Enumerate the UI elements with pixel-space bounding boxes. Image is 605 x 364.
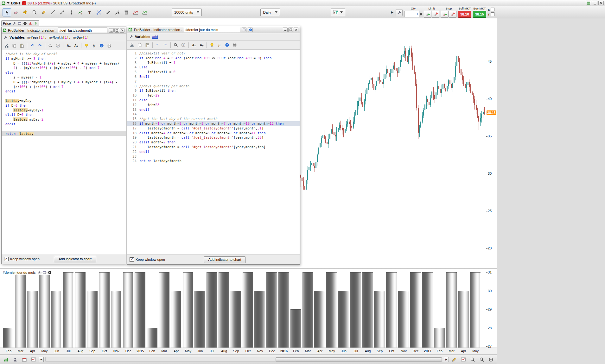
close-window-button[interactable] <box>598 1 604 5</box>
indicator-panel[interactable]: #dernier jour du mois 3130292827 <box>0 269 497 348</box>
select-tool-button[interactable] <box>3 8 11 16</box>
help-button[interactable]: ? <box>98 42 105 49</box>
tips-button[interactable] <box>83 42 90 49</box>
paste-button[interactable] <box>144 41 151 48</box>
parallel-lines-tool-button[interactable] <box>104 8 112 16</box>
add-indicator-button[interactable]: Add indicator to chart <box>54 256 96 262</box>
zoom-tool-button[interactable] <box>30 8 39 16</box>
search-button[interactable] <box>47 42 54 49</box>
qty-stepper[interactable] <box>420 12 422 16</box>
code-editor[interactable]: //what is the day of week?if myMonth >= … <box>2 50 126 254</box>
price-tab[interactable]: Price <box>1 20 39 26</box>
insert-function-button[interactable]: fx <box>91 42 98 49</box>
eraser-tool-button[interactable] <box>12 8 20 16</box>
undo-button[interactable]: ↶ <box>29 42 36 49</box>
indicator-close-button[interactable] <box>48 270 52 274</box>
indicator-name-input[interactable] <box>58 28 107 33</box>
units-dropdown[interactable]: 10000 units <box>172 9 202 16</box>
vertical-line-tool-button[interactable] <box>67 8 75 16</box>
sell-market-button[interactable]: 38.10 <box>458 11 471 18</box>
buy-limit-button[interactable] <box>424 11 431 18</box>
paste-button[interactable] <box>18 42 25 49</box>
minimize-window-button[interactable] <box>592 1 597 5</box>
maximize-button[interactable] <box>288 28 293 32</box>
fan-tool-button[interactable] <box>113 8 121 16</box>
s-checkbox[interactable] <box>491 8 494 11</box>
undo-button[interactable]: ↶ <box>154 41 161 48</box>
comment-toggle-button[interactable]: // <box>180 41 187 48</box>
scroll-left-button[interactable]: ◀ <box>39 357 44 362</box>
zoom-in-button[interactable] <box>468 355 477 364</box>
delete-drawings-button[interactable] <box>122 8 131 16</box>
chart-settings-button[interactable] <box>459 355 468 364</box>
cut-button[interactable] <box>129 41 136 48</box>
symbol-dropdown-caret[interactable] <box>7 2 10 4</box>
sell-stop-button[interactable] <box>449 11 456 18</box>
trading-settings-button[interactable] <box>396 9 403 16</box>
close-button[interactable] <box>294 28 298 32</box>
font-decrease-button[interactable]: A <box>190 41 197 48</box>
indicators-button[interactable] <box>29 355 38 364</box>
pencil-line-tool-button[interactable] <box>39 8 48 16</box>
redo-button[interactable]: ↷ <box>162 41 169 48</box>
redo-button[interactable]: ↷ <box>36 42 43 49</box>
text-tool-button[interactable]: T <box>85 8 94 16</box>
buy-stop-button[interactable] <box>441 11 449 18</box>
qty-input[interactable] <box>404 11 419 17</box>
minimize-button[interactable] <box>109 28 114 33</box>
copy-button[interactable] <box>11 42 18 49</box>
draw-button[interactable] <box>450 355 458 364</box>
minimize-button[interactable] <box>283 28 288 32</box>
add-variable-link[interactable]: add <box>152 35 158 39</box>
line-tool-button[interactable] <box>48 8 57 16</box>
chart-list-button[interactable] <box>2 355 10 364</box>
print-button[interactable] <box>106 42 113 49</box>
scrollbar-thumb[interactable] <box>276 357 442 361</box>
zoom-out-button[interactable] <box>477 355 486 364</box>
calendar-button[interactable] <box>20 355 29 364</box>
t-checkbox[interactable] <box>491 12 494 16</box>
indicator-detach-button[interactable] <box>42 270 46 274</box>
font-increase-button[interactable]: A <box>73 42 80 49</box>
timeframe-dropdown[interactable]: Daily <box>260 9 280 16</box>
insert-function-button[interactable]: fx <box>216 41 223 48</box>
font-decrease-button[interactable]: A <box>65 42 72 49</box>
window-title-bar[interactable]: ProBuilder - Indicator creation - <box>2 27 126 34</box>
comment-toggle-button[interactable]: // <box>54 42 61 49</box>
keep-window-open-checkbox[interactable]: ✓ Keep window open <box>130 257 165 262</box>
fit-chart-button[interactable] <box>487 355 495 364</box>
indicator-green-button[interactable] <box>140 8 149 16</box>
detach-button[interactable] <box>242 28 246 32</box>
sell-limit-button[interactable] <box>432 11 439 18</box>
search-button[interactable] <box>172 41 179 48</box>
move-up-button[interactable] <box>34 21 38 25</box>
indicator-settings-button[interactable] <box>37 270 41 274</box>
buy-market-button[interactable]: 38.15 <box>473 11 486 18</box>
print-button[interactable] <box>231 41 238 48</box>
font-increase-button[interactable]: A <box>198 41 205 48</box>
maximize-button[interactable] <box>114 28 119 33</box>
copy-button[interactable] <box>136 41 143 48</box>
workspace-grid-button[interactable] <box>586 1 591 5</box>
help-button[interactable]: ? <box>224 41 231 48</box>
chart-scrollbar[interactable] <box>45 357 442 362</box>
collapse-trading-panel-button[interactable]: ▶ <box>390 7 394 17</box>
price-settings-button[interactable] <box>12 21 16 25</box>
price-detach-button[interactable] <box>17 21 22 25</box>
contacts-button[interactable] <box>11 355 19 364</box>
indicator-name-input[interactable] <box>184 27 240 32</box>
scroll-right-button[interactable]: ▶ <box>444 357 449 362</box>
indicator-red-button[interactable] <box>131 8 140 16</box>
close-button[interactable] <box>120 28 124 33</box>
chart-annotation-tool-button[interactable] <box>76 8 85 16</box>
cut-button[interactable] <box>3 42 10 49</box>
keep-window-open-checkbox[interactable]: ✓ Keep window open <box>4 257 40 261</box>
tips-button[interactable] <box>208 41 215 48</box>
alert-tool-button[interactable] <box>21 8 29 16</box>
move-down-button[interactable] <box>28 21 32 25</box>
window-title-bar[interactable]: ProBuilder - Indicator creation - ? <box>127 26 300 33</box>
chart-style-dropdown[interactable] <box>331 9 345 16</box>
ray-tool-button[interactable] <box>58 8 66 16</box>
cross-arrows-tool-button[interactable] <box>94 8 103 16</box>
help-button[interactable]: ? <box>248 28 253 32</box>
